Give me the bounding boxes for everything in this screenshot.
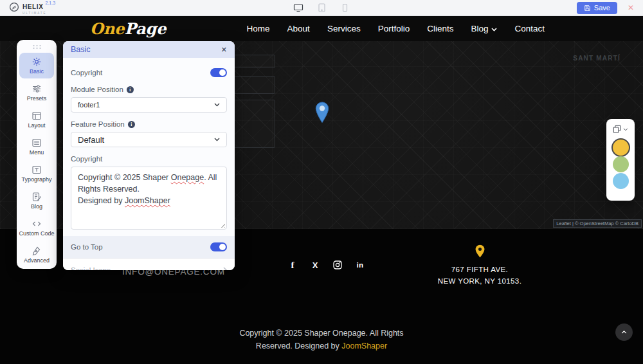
typography-icon: [32, 165, 42, 175]
map-attribution[interactable]: Leaflet | © OpenStreetMap © CartoDB: [553, 219, 642, 228]
address-line-2: NEW YORK, NY 10153.: [424, 275, 535, 287]
desktop-preview-button[interactable]: [293, 3, 304, 13]
nav-item-services[interactable]: Services: [327, 24, 361, 33]
go-to-top-label: Go to Top: [71, 243, 103, 251]
copyright-toggle[interactable]: [210, 68, 227, 77]
device-preview-switcher: [293, 3, 350, 13]
info-icon[interactable]: i: [127, 86, 134, 93]
sliders-icon: [32, 84, 42, 94]
copyright-textarea[interactable]: Copyright © 2025 Shaper Onepage. All Rig…: [71, 167, 227, 230]
chevron-down-icon: [214, 103, 220, 107]
copyright-text-label: Copyright: [71, 155, 102, 163]
chevron-up-icon: [620, 328, 628, 336]
layout-icon: [32, 111, 42, 121]
chevron-down-icon: [623, 128, 628, 131]
customizer-topbar: HELIX2.1.3 ULTIMATE Save ✕: [0, 0, 643, 16]
nav-item-home[interactable]: Home: [247, 24, 270, 33]
brand-version: 2.1.3: [45, 1, 55, 5]
menu-icon: [32, 138, 42, 148]
close-customizer-button[interactable]: ✕: [628, 3, 634, 12]
scroll-to-top-button[interactable]: [615, 323, 633, 341]
preset-switcher-toggle[interactable]: [613, 125, 628, 134]
facebook-icon[interactable]: f: [287, 259, 298, 271]
sidebar-item-presets[interactable]: Presets: [19, 80, 54, 105]
nav-item-portfolio[interactable]: Portfolio: [378, 24, 410, 33]
preset-color-switcher: [606, 119, 635, 201]
site-logo[interactable]: OnePage: [90, 19, 167, 38]
go-to-top-toggle[interactable]: [210, 242, 227, 251]
helix-logo: HELIX2.1.3 ULTIMATE: [9, 1, 55, 15]
sidebar-item-menu[interactable]: Menu: [19, 134, 54, 159]
social-icons-row[interactable]: Social Icons: [63, 258, 235, 270]
sidebar-item-blog[interactable]: Blog: [19, 188, 54, 214]
tablet-preview-button[interactable]: [317, 3, 327, 13]
pen-tool-icon: [32, 246, 42, 256]
instagram-icon[interactable]: [332, 259, 343, 271]
sidebar-item-custom-code[interactable]: Custom Code: [19, 215, 54, 241]
mobile-icon: [340, 3, 350, 13]
nav-item-blog[interactable]: Blog: [471, 24, 497, 33]
chevron-down-icon: [491, 28, 497, 32]
info-icon[interactable]: i: [128, 121, 135, 128]
helix-logo-icon: [9, 1, 19, 15]
footer-social-icons: f X in: [287, 259, 366, 271]
site-navbar: OnePage Home About Services Portfolio Cl…: [0, 16, 643, 41]
feature-position-select[interactable]: Default: [71, 132, 227, 147]
preset-swatch-green[interactable]: [613, 156, 629, 172]
sidebar-item-typography[interactable]: Typography: [19, 161, 54, 187]
close-panel-button[interactable]: ✕: [221, 46, 227, 54]
sidebar-item-advanced[interactable]: Advanced: [19, 242, 54, 268]
nav-item-contact[interactable]: Contact: [514, 24, 545, 33]
site-menu: Home About Services Portfolio Clients Bl…: [247, 24, 545, 33]
panel-header: Basic ✕: [63, 41, 235, 58]
nav-item-about[interactable]: About: [287, 24, 310, 33]
preset-swatch-yellow[interactable]: [613, 140, 629, 156]
copyright-toggle-label: Copyright: [71, 69, 102, 77]
module-position-label: Module Position: [71, 86, 123, 93]
settings-sidebar: Basic Presets Layout Menu Typography Blo…: [17, 40, 57, 269]
save-icon: [584, 5, 591, 12]
feature-position-label: Feature Position: [71, 120, 125, 128]
footer-copyright: Copyright © 2025 Shaper Onepage. All Rig…: [0, 327, 643, 352]
sidebar-item-layout[interactable]: Layout: [19, 107, 54, 132]
blog-icon: [32, 192, 42, 202]
preset-swatch-blue[interactable]: [613, 173, 629, 189]
module-position-select[interactable]: footer1: [71, 97, 227, 113]
customizer-screen: HELIX2.1.3 ULTIMATE Save ✕: [0, 0, 643, 364]
brand-subtitle: ULTIMATE: [23, 12, 55, 15]
desktop-icon: [293, 3, 304, 13]
map-pin-icon: [475, 249, 485, 260]
chevron-down-icon: [214, 138, 220, 141]
x-twitter-icon[interactable]: X: [309, 259, 321, 271]
sidebar-item-basic[interactable]: Basic: [19, 53, 54, 78]
drag-handle-icon[interactable]: [32, 44, 42, 49]
tablet-icon: [317, 3, 327, 13]
mobile-preview-button[interactable]: [340, 3, 350, 13]
code-icon: [32, 219, 42, 229]
map-marker-icon[interactable]: [315, 102, 329, 126]
save-button[interactable]: Save: [577, 2, 617, 14]
panel-title: Basic: [71, 45, 91, 54]
chevron-right-icon: [223, 267, 227, 270]
brand-name: HELIX: [23, 3, 43, 10]
map-region-label: SANT MARTÍ: [573, 55, 620, 62]
nav-item-clients[interactable]: Clients: [427, 24, 453, 33]
footer-address: 767 FIFTH AVE. NEW YORK, NY 10153.: [424, 244, 535, 287]
basic-settings-panel: Basic ✕ Copyright Module Position i foot…: [63, 41, 235, 270]
joomshaper-link[interactable]: JoomShaper: [341, 341, 387, 350]
presets-icon: [613, 125, 622, 134]
address-line-1: 767 FIFTH AVE.: [424, 264, 535, 275]
linkedin-icon[interactable]: in: [354, 259, 366, 271]
gear-icon: [32, 57, 42, 67]
